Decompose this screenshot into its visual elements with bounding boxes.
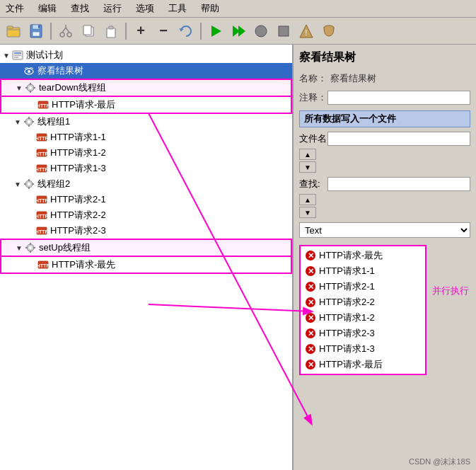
- svg-text:HTTP: HTTP: [36, 136, 47, 141]
- toolbar-save[interactable]: [25, 21, 47, 42]
- svg-marker-18: [238, 25, 245, 37]
- result-item-5[interactable]: ✕ HTTP请求2-3: [302, 326, 424, 341]
- toolbar-open[interactable]: [3, 21, 24, 42]
- svg-rect-12: [83, 25, 91, 35]
- teardown-label: tearDown线程组: [39, 81, 106, 94]
- http13-icon: HTTP: [35, 162, 48, 175]
- search-input[interactable]: [327, 177, 470, 191]
- http23-icon: HTTP: [35, 224, 48, 237]
- toolbar-jar[interactable]: [318, 21, 339, 42]
- toggle-setup[interactable]: ▼: [14, 244, 24, 252]
- tree-item-group2[interactable]: ▼ 线程组2: [0, 176, 292, 192]
- dropdown-row: Text: [299, 222, 470, 238]
- result-item-1[interactable]: ✕ HTTP请求1-1: [302, 263, 424, 279]
- dropdown-select[interactable]: Text: [299, 222, 470, 238]
- http-first-label: HTTP请求-最先: [52, 258, 115, 271]
- toggle-teardown[interactable]: ▼: [14, 84, 24, 92]
- menubar: 文件 编辑 查找 运行 选项 工具 帮助: [0, 0, 476, 18]
- tree-item-setup[interactable]: ▼ setUp线程组: [0, 239, 292, 257]
- root-label: 测试计划: [26, 49, 63, 62]
- result-item-7[interactable]: ✕ HTTP请求-最后: [302, 357, 424, 372]
- toolbar-sep3: [200, 23, 202, 40]
- toolbar-paste[interactable]: [100, 21, 122, 42]
- note-input[interactable]: [327, 91, 470, 105]
- svg-rect-55: [32, 183, 34, 185]
- menu-edit[interactable]: 编辑: [35, 1, 59, 16]
- result-label-7: HTTP请求-最后: [319, 358, 383, 371]
- gear-group1-icon: [23, 115, 35, 128]
- svg-point-19: [255, 25, 267, 37]
- gear-teardown-icon: [24, 81, 37, 94]
- svg-point-6: [60, 33, 64, 37]
- search-arrow-up-btn[interactable]: ▲: [299, 194, 316, 205]
- svg-rect-41: [28, 125, 30, 127]
- menu-file[interactable]: 文件: [3, 1, 27, 16]
- svg-rect-54: [24, 183, 26, 185]
- svg-text:!: !: [306, 29, 308, 37]
- toolbar-refresh[interactable]: [175, 21, 197, 42]
- search-arrow-down-btn[interactable]: ▼: [299, 207, 316, 218]
- menu-tools[interactable]: 工具: [166, 1, 190, 16]
- toolbar-record[interactable]: [250, 21, 272, 42]
- svg-rect-0: [7, 28, 20, 37]
- tree-item-http12[interactable]: HTTP HTTP请求1-2: [0, 145, 292, 161]
- tree-item-teardown[interactable]: ▼ tearDown线程组: [0, 79, 292, 97]
- svg-line-9: [66, 28, 69, 33]
- toolbar: + − !: [0, 18, 476, 45]
- toolbar-run-no-pause[interactable]: [228, 21, 249, 42]
- note-row: 注释：: [299, 91, 470, 105]
- tree-item-http-first[interactable]: HTTP HTTP请求-最先: [0, 257, 292, 274]
- arrow-down-btn[interactable]: ▼: [299, 161, 316, 173]
- svg-point-39: [28, 120, 30, 123]
- file-input[interactable]: [327, 132, 470, 146]
- svg-rect-42: [24, 121, 26, 122]
- svg-text:✕: ✕: [308, 329, 314, 338]
- error-icon-0: ✕: [305, 250, 316, 261]
- menu-find[interactable]: 查找: [68, 1, 92, 16]
- result-item-2[interactable]: ✕ HTTP请求2-1: [302, 279, 424, 294]
- toolbar-shutdown[interactable]: !: [296, 21, 317, 42]
- http23-label: HTTP请求2-3: [50, 224, 106, 237]
- result-item-3[interactable]: ✕ HTTP请求2-2: [302, 294, 424, 310]
- result-item-0[interactable]: ✕ HTTP请求-最先: [302, 248, 424, 263]
- file-label: 文件名: [299, 132, 327, 145]
- tree-item-http13[interactable]: HTTP HTTP请求1-3: [0, 161, 292, 176]
- result-item-6[interactable]: ✕ HTTP请求1-3: [302, 341, 424, 357]
- svg-text:HTTP: HTTP: [36, 229, 47, 234]
- svg-text:✕: ✕: [308, 345, 314, 353]
- toggle-group1[interactable]: ▼: [13, 118, 23, 126]
- tree-item-group1[interactable]: ▼ 线程组1: [0, 114, 292, 130]
- svg-rect-5: [38, 25, 40, 28]
- tree-item-http23[interactable]: HTTP HTTP请求2-3: [0, 223, 292, 239]
- svg-point-51: [28, 183, 30, 185]
- tree-toggle-root[interactable]: ▼: [1, 52, 11, 59]
- svg-point-31: [29, 86, 32, 89]
- svg-rect-32: [30, 83, 31, 85]
- toolbar-stop[interactable]: [273, 21, 294, 42]
- main-layout: ▼ 测试计划 察看结果树 ▼: [0, 45, 476, 470]
- result-item-4[interactable]: ✕ HTTP请求1-2: [302, 310, 424, 326]
- toolbar-copy[interactable]: [78, 21, 99, 42]
- toolbar-run[interactable]: [205, 21, 226, 42]
- tree-item-root[interactable]: ▼ 测试计划: [0, 47, 292, 63]
- tree-item-http22[interactable]: HTTP HTTP请求2-2: [0, 207, 292, 223]
- watermark: CSDN @沫沫18S: [409, 457, 470, 467]
- svg-text:✕: ✕: [308, 282, 314, 291]
- menu-options[interactable]: 选项: [133, 1, 157, 16]
- menu-run[interactable]: 运行: [100, 1, 124, 16]
- search-row: 查找:: [299, 177, 470, 191]
- toggle-group2[interactable]: ▼: [13, 180, 23, 188]
- toolbar-add[interactable]: +: [130, 21, 151, 42]
- tree-item-http11[interactable]: HTTP HTTP请求1-1: [0, 130, 292, 145]
- menu-help[interactable]: 帮助: [198, 1, 222, 16]
- svg-marker-16: [211, 25, 221, 37]
- tree-item-eye[interactable]: 察看结果树: [0, 63, 292, 79]
- tree-item-http21[interactable]: HTTP HTTP请求2-1: [0, 192, 292, 207]
- name-row: 名称： 察看结果树: [299, 72, 470, 85]
- http-first-icon: HTTP: [37, 258, 50, 271]
- arrow-up-btn[interactable]: ▲: [299, 149, 316, 160]
- result-label-5: HTTP请求2-3: [319, 327, 375, 340]
- tree-item-http-last[interactable]: HTTP HTTP请求-最后: [0, 97, 292, 114]
- toolbar-cut[interactable]: [55, 21, 76, 42]
- toolbar-remove[interactable]: −: [153, 21, 174, 42]
